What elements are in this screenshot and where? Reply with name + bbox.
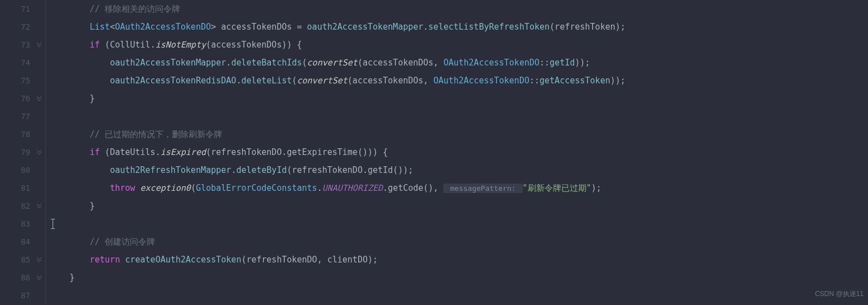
fold-icon[interactable]: [36, 203, 43, 209]
code-area[interactable]: // 移除相关的访问令牌 List<OAuth2AccessTokenDO> a…: [46, 0, 868, 305]
fold-icon[interactable]: [36, 256, 43, 263]
line-number: 81: [0, 179, 46, 197]
code-line: // 创建访问令牌: [49, 233, 868, 251]
fold-icon[interactable]: [36, 41, 43, 48]
line-number: 84: [0, 233, 46, 251]
code-line: // 已过期的情况下，删除刷新令牌: [49, 125, 868, 143]
code-line: }: [49, 269, 868, 287]
watermark: CSDN @执迷11: [815, 285, 864, 303]
code-line: if (DateUtils.isExpired(refreshTokenDO.g…: [49, 143, 868, 161]
line-number: 74: [0, 54, 46, 72]
code-line: return createOAuth2AccessToken(refreshTo…: [49, 251, 868, 269]
line-number: 86: [0, 269, 46, 287]
code-line: throw exception0(GlobalErrorCodeConstant…: [49, 179, 868, 197]
line-number: 79: [0, 143, 46, 161]
line-number: 87: [0, 287, 46, 304]
code-line: // 移除相关的访问令牌: [49, 0, 868, 18]
fold-icon[interactable]: [36, 274, 43, 281]
code-line: oauth2RefreshTokenMapper.deleteById(refr…: [49, 161, 868, 179]
line-number: 76: [0, 90, 46, 107]
code-line-empty: [49, 107, 868, 125]
code-line: if (CollUtil.isNotEmpty(accessTokenDOs))…: [49, 36, 868, 54]
line-number: 85: [0, 251, 46, 269]
fold-icon[interactable]: [36, 95, 43, 102]
line-number: 83: [0, 215, 46, 233]
code-line-empty: [49, 287, 868, 304]
gutter: 7172737475767778798081828384858687: [0, 0, 46, 305]
line-number: 77: [0, 107, 46, 125]
code-line: List<OAuth2AccessTokenDO> accessTokenDOs…: [49, 18, 868, 36]
line-number: 75: [0, 72, 46, 90]
line-number: 73: [0, 36, 46, 54]
line-number: 71: [0, 0, 46, 18]
code-line-empty: [49, 215, 868, 233]
code-line: oauth2AccessTokenRedisDAO.deleteList(con…: [49, 72, 868, 90]
code-line: }: [49, 90, 868, 107]
line-number: 72: [0, 18, 46, 36]
fold-icon[interactable]: [36, 149, 43, 156]
line-number: 78: [0, 125, 46, 143]
text-cursor-icon: [53, 219, 53, 229]
code-editor[interactable]: 7172737475767778798081828384858687 // 移除…: [0, 0, 868, 305]
line-number: 82: [0, 197, 46, 215]
code-line: }: [49, 197, 868, 215]
code-line: oauth2AccessTokenMapper.deleteBatchIds(c…: [49, 54, 868, 72]
line-number: 80: [0, 161, 46, 179]
parameter-hint: messagePattern:: [443, 184, 522, 193]
